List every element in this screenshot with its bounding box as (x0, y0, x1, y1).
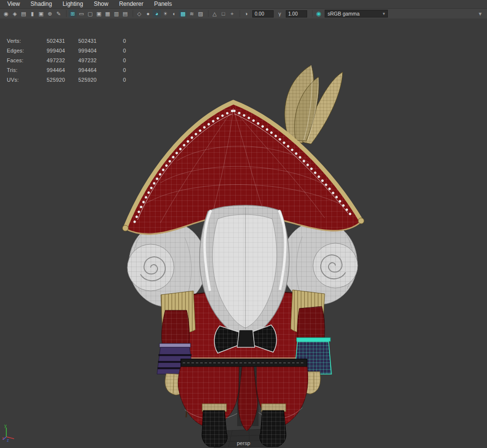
poly-count-label: Edges: (7, 48, 47, 54)
wig-curl-left[interactable] (127, 244, 174, 291)
safe-title-icon[interactable]: ▤ (121, 10, 129, 18)
x-ray-icon[interactable]: □ (219, 10, 227, 18)
menu-item-show[interactable]: Show (88, 0, 114, 8)
poly-count-row: Verts: 502431 502431 0 (7, 38, 135, 48)
separator (237, 10, 240, 17)
menu-item-shading[interactable]: Shading (25, 0, 57, 8)
poly-count-label: UVs: (7, 77, 47, 83)
poly-count-total: 994464 (47, 67, 78, 73)
perspective-viewport[interactable]: Verts: 502431 502431 0 Edges: 999404 999… (0, 18, 487, 448)
field-chart-icon[interactable]: ▦ (104, 10, 112, 18)
safe-action-icon[interactable]: ▥ (112, 10, 121, 18)
poly-count-label: Faces: (7, 57, 47, 63)
view-transform-select[interactable]: sRGB gamma ▾ (325, 10, 388, 18)
chevron-down-icon: ▾ (383, 11, 385, 16)
lock-camera-icon[interactable]: ◈ (11, 10, 19, 18)
wig-curl-right[interactable] (313, 243, 358, 288)
poly-count-hud: Verts: 502431 502431 0 Edges: 999404 999… (7, 38, 135, 87)
poly-count-label: Tris: (7, 67, 47, 73)
poly-count-row: Edges: 999404 999404 0 (7, 48, 135, 57)
color-management-icon[interactable]: ◉ (314, 10, 323, 18)
menu-item-panels[interactable]: Panels (149, 0, 177, 8)
menu-item-lighting[interactable]: Lighting (57, 0, 88, 8)
exposure-field[interactable]: 0.00 (252, 10, 274, 18)
axis-y-label: y (4, 423, 7, 428)
poly-count-selected: 0 (123, 67, 135, 73)
wireframe-icon[interactable]: ◇ (135, 10, 143, 18)
grid-icon[interactable]: ⊞ (69, 10, 77, 18)
anti-aliasing-icon[interactable]: ▨ (196, 10, 205, 18)
shaded-icon[interactable]: ● (144, 10, 152, 18)
camera-name-label: persp (0, 440, 487, 446)
textured-icon[interactable]: ◕ (153, 10, 161, 18)
bookmarks-icon[interactable]: ▮ (28, 10, 36, 18)
ambient-occlusion-icon[interactable]: ▩ (179, 10, 187, 18)
poly-count-label: Verts: (7, 38, 47, 44)
view-transform-value: sRGB gamma (328, 11, 360, 17)
select-camera-icon[interactable]: ◉ (2, 10, 10, 18)
separator (205, 10, 209, 17)
toolbar-icon-group: ◉◈▤▮▣⊕✎⊞▭▢▣▦▥▤◇●◕☀◐▩≋▨△□+◑ (2, 10, 250, 18)
poly-count-selected: 0 (123, 38, 135, 44)
panel-menu-bar: ViewShadingLightingShowRendererPanels (0, 0, 487, 9)
grease-pencil-icon[interactable]: ✎ (54, 10, 63, 18)
poly-count-visible: 525920 (78, 77, 123, 83)
motion-blur-icon[interactable]: ≋ (188, 10, 196, 18)
poly-count-selected: 0 (123, 57, 135, 63)
belt[interactable] (181, 359, 307, 367)
poly-count-row: UVs: 525920 525920 0 (7, 77, 135, 87)
isolate-select-icon[interactable]: △ (210, 10, 219, 18)
poly-count-selected: 0 (123, 77, 135, 83)
separator (130, 10, 133, 17)
poly-count-total: 999404 (47, 48, 78, 54)
gate-mask-icon[interactable]: ▣ (95, 10, 103, 18)
film-gate-icon[interactable]: ▭ (77, 10, 86, 18)
poly-count-visible: 994464 (78, 67, 123, 73)
x-ray-joints-icon[interactable]: + (228, 10, 236, 18)
poly-count-row: Faces: 497232 497232 0 (7, 57, 135, 67)
gamma-icon[interactable]: γ (276, 10, 284, 18)
poly-count-total: 497232 (47, 57, 78, 63)
viewport-toolbar: ◉◈▤▮▣⊕✎⊞▭▢▣▦▥▤◇●◕☀◐▩≋▨△□+◑ 0.00 γ 1.00 ◉… (0, 9, 487, 19)
menu-item-renderer[interactable]: Renderer (114, 0, 149, 8)
poly-count-total: 502431 (47, 38, 78, 44)
coat-skirt[interactable] (178, 367, 308, 431)
pan-zoom-icon[interactable]: ⊕ (46, 10, 54, 18)
poly-count-visible: 999404 (78, 48, 123, 54)
gamma-field[interactable]: 1.00 (286, 10, 307, 18)
camera-attributes-icon[interactable]: ▤ (19, 10, 28, 18)
poly-count-row: Tris: 994464 994464 0 (7, 67, 135, 77)
image-plane-icon[interactable]: ▣ (37, 10, 45, 18)
shadows-icon[interactable]: ◐ (170, 10, 178, 18)
poly-count-visible: 502431 (78, 38, 123, 44)
resolution-gate-icon[interactable]: ▢ (86, 10, 94, 18)
use-all-lights-icon[interactable]: ☀ (161, 10, 170, 18)
menu-item-view[interactable]: View (2, 0, 25, 8)
hat-feathers[interactable] (285, 65, 343, 144)
exposure-icon[interactable]: ◑ (242, 10, 250, 18)
toolbar-more-icon[interactable]: ▼ (475, 11, 485, 17)
separator (63, 10, 67, 17)
separator (309, 10, 313, 17)
poly-count-visible: 497232 (78, 57, 123, 63)
axis-indicator: y x z (1, 423, 18, 442)
poly-count-total: 525920 (47, 77, 78, 83)
poly-count-selected: 0 (123, 48, 135, 54)
